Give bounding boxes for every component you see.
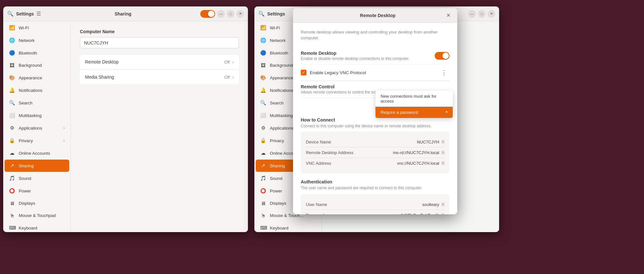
authentication-section: Authentication The user name and passwor… (301, 179, 450, 214)
computer-name-label: Computer Name (80, 29, 239, 34)
right-sidebar-label-applications: Applications (270, 126, 293, 131)
connect-desc: Connect to this computer using the devic… (301, 124, 450, 128)
sound-icon: 🎵 (9, 175, 15, 181)
sidebar-item-notifications[interactable]: 🔔 Notifications (5, 84, 69, 96)
username-value: soulteary (422, 202, 439, 207)
sidebar-label-privacy: Privacy (19, 138, 33, 143)
right-sidebar-label-background: Background (270, 63, 293, 68)
right-appearance-icon: 🎨 (260, 75, 266, 81)
sidebar-item-search[interactable]: 🔍 Search (5, 97, 69, 109)
right-privacy-icon: 🔒 (260, 138, 266, 143)
sidebar-item-power[interactable]: ⭕ Power (5, 185, 69, 197)
right-sidebar-label-keyboard: Keyboard (270, 226, 289, 230)
sidebar-item-bluetooth[interactable]: 🔵 Bluetooth (5, 47, 69, 59)
right-sidebar-label-wifi: Wi-Fi (270, 25, 280, 30)
remote-desktop-label: Remote Desktop (85, 59, 118, 64)
sidebar-item-mouse-touchpad[interactable]: 🖱 Mouse & Touchpad (5, 210, 69, 221)
remote-desktop-row[interactable]: Remote Desktop Off › (80, 55, 239, 69)
remote-desktop-main-toggle[interactable] (435, 52, 450, 60)
right-close-button[interactable]: ✕ (488, 10, 495, 18)
hamburger-button[interactable]: ☰ (36, 11, 41, 17)
remote-desktop-toggle-knob (442, 53, 449, 59)
sidebar-label-applications: Applications (19, 126, 42, 131)
right-maximize-button[interactable]: □ (478, 10, 486, 18)
sidebar-label-keyboard: Keyboard (19, 226, 37, 230)
sidebar-item-wifi[interactable]: 📶 Wi-Fi (5, 22, 69, 34)
sidebar-item-displays[interactable]: 🖥 Displays (5, 197, 69, 209)
left-sidebar: 📶 Wi-Fi 🌐 Network 🔵 Bluetooth 🖼 Backgrou… (3, 21, 71, 232)
remote-control-label: Remote Control (301, 84, 384, 89)
sidebar-item-multitasking[interactable]: ⬜ Multitasking (5, 109, 69, 122)
right-online-accounts-icon: ☁ (260, 150, 266, 156)
legacy-vnc-checkbox[interactable]: ✓ (301, 70, 307, 75)
vnc-address-row: VNC Address vnc://NUC7CJYH.local ⎘ (306, 158, 444, 168)
password-copy-icon[interactable]: ⎘ (442, 212, 444, 214)
remote-desktop-toggle-sub: Enable or disable remote desktop connect… (301, 56, 410, 61)
search-nav-icon: 🔍 (9, 100, 15, 106)
left-window-title: Settings (16, 11, 34, 16)
connection-info: Device Name NUC7CJYH ⎘ Remote Desktop Ad… (301, 132, 450, 173)
computer-name-input[interactable] (80, 37, 239, 48)
right-keyboard-icon: ⌨ (260, 225, 266, 231)
auth-desc: The user name and password are required … (301, 186, 450, 190)
dropdown-require-password[interactable]: Require a password (375, 107, 453, 118)
right-sharing-icon: ↗ (260, 163, 266, 169)
online-accounts-icon: ☁ (9, 150, 15, 156)
left-titlebar: 🔍 Settings ☰ Sharing — □ ✕ (3, 6, 248, 21)
sharing-toggle[interactable] (200, 10, 215, 18)
sidebar-label-displays: Displays (19, 201, 35, 206)
dialog-close-button[interactable]: ✕ (444, 12, 452, 19)
toggle-knob (208, 11, 214, 17)
privacy-chevron: › (63, 138, 65, 143)
vnc-address-key: VNC Address (306, 161, 331, 166)
sidebar-item-online-accounts[interactable]: ☁ Online Accounts (5, 147, 69, 159)
device-name-copy-icon[interactable]: ⎘ (442, 139, 444, 144)
password-row: Password &@RhOxaBakTe 👁 ⎘ (306, 210, 444, 214)
remote-control-dropdown: New connections must ask for access Requ… (375, 91, 453, 118)
media-sharing-label: Media Sharing (85, 74, 114, 80)
right-sidebar-label-sound: Sound (270, 176, 282, 181)
dialog-title: Remote Desktop (311, 13, 444, 18)
right-sidebar-label-power: Power (270, 189, 282, 193)
right-mouse-icon: 🖱 (260, 213, 266, 218)
remote-desktop-address-copy-icon[interactable]: ⎘ (442, 150, 444, 155)
sidebar-label-wifi: Wi-Fi (19, 25, 29, 30)
sidebar-label-bluetooth: Bluetooth (19, 51, 37, 55)
sidebar-item-sharing[interactable]: ↗ Sharing (5, 160, 69, 172)
device-name-row: Device Name NUC7CJYH ⎘ (306, 137, 444, 147)
close-button[interactable]: ✕ (236, 10, 244, 18)
password-val: &@RhOxaBakTe 👁 ⎘ (401, 212, 444, 214)
username-copy-icon[interactable]: ⎘ (442, 202, 444, 207)
auth-info: User Name soulteary ⎘ Password &@RhOxaBa… (301, 194, 450, 214)
maximize-button[interactable]: □ (227, 10, 234, 18)
sidebar-item-applications[interactable]: ⚙ Applications › (5, 122, 69, 134)
connect-title: How to Connect (301, 117, 450, 122)
vnc-options-button[interactable]: ⋮ (439, 68, 450, 77)
right-sidebar-keyboard[interactable]: ⌨ Keyboard (256, 222, 320, 232)
remote-desktop-address-value: ms-rd://NUC7CJYH.local (393, 150, 439, 155)
remote-control-sub: Allows remote connections to control the… (301, 90, 384, 94)
password-visibility-icon[interactable]: 👁 (435, 212, 439, 214)
multitasking-icon: ⬜ (9, 113, 15, 118)
remote-desktop-right: Off › (224, 60, 234, 64)
sidebar-item-appearance[interactable]: 🎨 Appearance (5, 72, 69, 84)
sidebar-item-sound[interactable]: 🎵 Sound (5, 172, 69, 184)
dropdown-ask-access[interactable]: New connections must ask for access (375, 91, 453, 107)
remote-desktop-toggle-label: Remote Desktop (301, 51, 410, 56)
sidebar-item-background[interactable]: 🖼 Background (5, 59, 69, 71)
sidebar-item-privacy[interactable]: 🔒 Privacy › (5, 134, 69, 147)
remote-control-row: Remote Control Allows remote connections… (301, 81, 450, 98)
right-bluetooth-icon: 🔵 (260, 50, 266, 56)
applications-icon: ⚙ (9, 125, 15, 131)
password-value: &@RhOxaBakTe (401, 213, 432, 214)
sidebar-label-background: Background (19, 63, 42, 68)
media-sharing-row[interactable]: Media Sharing Off › (80, 70, 239, 84)
right-minimize-button[interactable]: — (468, 10, 476, 18)
vnc-address-copy-icon[interactable]: ⎘ (442, 161, 444, 166)
sidebar-item-network[interactable]: 🌐 Network (5, 34, 69, 46)
remote-control-info: Remote Control Allows remote connections… (301, 84, 384, 94)
right-multitasking-icon: ⬜ (260, 113, 266, 118)
sidebar-item-keyboard[interactable]: ⌨ Keyboard (5, 222, 69, 232)
legacy-vnc-row[interactable]: ✓ Enable Legacy VNC Protocol ⋮ (301, 64, 450, 81)
minimize-button[interactable]: — (217, 10, 225, 18)
